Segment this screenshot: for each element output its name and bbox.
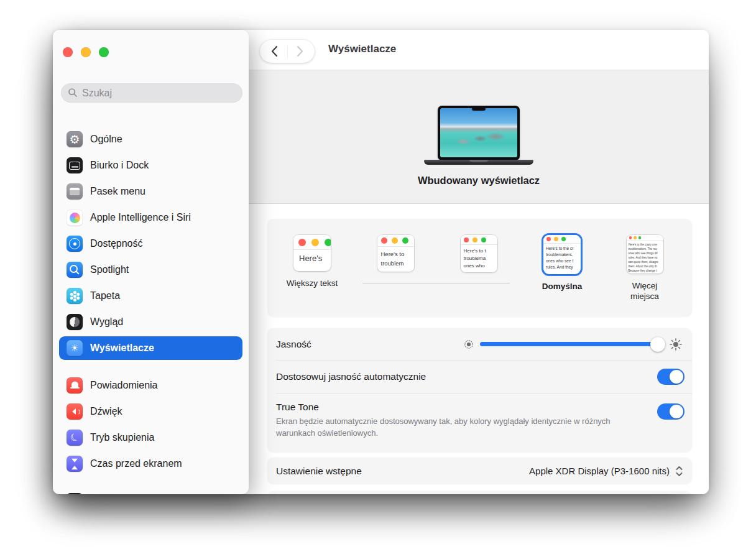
minimize-button[interactable] xyxy=(81,47,91,57)
text-size-option-label: Więcej miejsca xyxy=(625,281,665,302)
spotlight-icon xyxy=(67,262,83,278)
nav-divider xyxy=(287,45,288,58)
brightness-bright-icon xyxy=(670,338,682,351)
navigation-pill xyxy=(260,40,315,63)
sidebar-item-tapeta[interactable]: Tapeta xyxy=(53,283,249,309)
preview-text: Here's to the crazy one troublemakers. T… xyxy=(627,241,663,274)
macbook-base xyxy=(424,160,533,165)
macbook-image xyxy=(424,106,533,165)
text-size-option-label: Domyślna xyxy=(528,282,596,292)
true-tone-toggle[interactable] xyxy=(657,403,685,420)
preview-traffic-lights xyxy=(377,235,414,247)
brightness-card: Jasność xyxy=(267,328,692,453)
text-size-option-2[interactable]: Here's to troublem xyxy=(358,235,433,279)
sidebar-item-tryb-skupienia[interactable]: Tryb skupienia xyxy=(53,425,249,451)
screen-time-icon xyxy=(67,456,83,472)
text-size-option-3[interactable]: Here's to t troublema ones who xyxy=(441,235,516,280)
display-caption: Wbudowany wyświetlacz xyxy=(418,175,540,186)
chevron-up-down-icon xyxy=(675,465,683,477)
appearance-icon xyxy=(67,314,83,330)
preset-popup-button[interactable]: Apple XDR Display (P3-1600 nits) xyxy=(529,465,683,477)
true-tone-description: Ekran będzie automatycznie dostosowywany… xyxy=(276,416,649,440)
text-size-preview: Here's to t troublema ones who xyxy=(461,235,497,272)
text-size-track-line xyxy=(362,283,510,283)
ai-siri-icon xyxy=(67,209,83,226)
text-size-option-default[interactable]: Here's to the cr troublemakers. ones who… xyxy=(525,235,599,292)
preset-row: Ustawienie wstępne Apple XDR Display (P3… xyxy=(267,458,692,484)
zoom-button[interactable] xyxy=(99,47,109,57)
sidebar-item-ogolne[interactable]: Ogólne xyxy=(53,126,249,152)
preset-value: Apple XDR Display (P3-1600 nits) xyxy=(529,466,670,476)
toggle-knob xyxy=(670,370,683,384)
notch xyxy=(472,108,486,111)
wallpaper-image xyxy=(440,108,517,157)
preset-label: Ustawienie wstępne xyxy=(276,466,362,477)
text-size-option-larger-text[interactable]: Here's Większy tekst xyxy=(275,235,349,289)
main-pane: Wyświetlacze Wbudowany wyświetlacz xyxy=(249,30,709,494)
text-size-preview-selected: Here's to the cr troublemakers. ones who… xyxy=(543,235,581,274)
menubar-icon xyxy=(67,183,83,200)
sidebar-item-biurko-i-dock[interactable]: Biurko i Dock xyxy=(53,152,249,178)
preview-text: Here's to troublem xyxy=(377,247,414,268)
preview-traffic-lights xyxy=(543,235,581,244)
preview-traffic-lights xyxy=(293,235,331,250)
chevron-left-icon xyxy=(270,45,278,57)
macbook-screen xyxy=(438,106,520,160)
chevron-right-icon xyxy=(297,45,304,57)
main-header: Wyświetlacze xyxy=(249,30,709,70)
text-size-option-label: Większy tekst xyxy=(278,278,346,289)
accessibility-icon xyxy=(67,236,83,252)
preview-text: Here's xyxy=(293,250,331,265)
search-input[interactable] xyxy=(61,83,242,103)
brightness-row: Jasność xyxy=(267,328,692,360)
auto-brightness-label: Dostosowuj jasność automatycznie xyxy=(276,371,426,382)
system-settings-screen: Wyświetlacze Wbudowany wyświetlacz xyxy=(0,0,756,557)
true-tone-row: True Tone Ekran będzie automatycznie dos… xyxy=(267,394,692,453)
displays-icon xyxy=(67,340,83,356)
preview-traffic-lights xyxy=(461,235,497,245)
text-size-card: Here's Większy tekst Here's to troublem xyxy=(267,219,692,317)
brightness-slider-knob[interactable] xyxy=(650,337,665,352)
brightness-label: Jasność xyxy=(276,339,311,350)
dock-icon xyxy=(67,157,83,173)
forward-button[interactable] xyxy=(294,42,307,61)
text-size-preview: Here's to the crazy one troublemakers. T… xyxy=(627,235,663,274)
sidebar-item-ekran-blokady[interactable]: Ekran blokady xyxy=(53,488,249,494)
page-title: Wyświetlacze xyxy=(328,43,396,55)
sidebar: Ogólne Biurko i Dock Pasek menu Apple In… xyxy=(53,30,249,494)
lock-icon xyxy=(67,493,83,494)
focus-icon xyxy=(67,430,83,446)
text-size-preview: Here's to troublem xyxy=(377,235,414,272)
auto-brightness-row: Dostosowuj jasność automatycznie xyxy=(267,361,692,393)
window-controls xyxy=(63,47,109,57)
display-preview-band: Wbudowany wyświetlacz xyxy=(249,70,709,204)
sidebar-nav: Ogólne Biurko i Dock Pasek menu Apple In… xyxy=(53,126,249,494)
preview-text: Here's to the cr troublemakers. ones who… xyxy=(543,244,581,270)
auto-brightness-toggle[interactable] xyxy=(657,369,685,385)
close-button[interactable] xyxy=(63,47,73,57)
gear-icon xyxy=(67,131,83,147)
text-size-preview: Here's xyxy=(293,235,331,271)
sidebar-item-czas-przed-ekranem[interactable]: Czas przed ekranem xyxy=(53,451,249,477)
preview-traffic-lights xyxy=(627,235,663,241)
true-tone-label: True Tone xyxy=(276,402,649,413)
wallpaper-icon xyxy=(67,288,83,304)
text-size-option-more-space[interactable]: Here's to the crazy one troublemakers. T… xyxy=(607,235,682,302)
sound-icon xyxy=(67,403,83,420)
sidebar-item-wyswietlacze[interactable]: Wyświetlacze xyxy=(53,335,249,361)
toggle-knob xyxy=(670,405,683,418)
brightness-dim-icon xyxy=(464,339,474,349)
sidebar-item-dostepnosc[interactable]: Dostępność xyxy=(53,231,249,257)
sidebar-item-powiadomienia[interactable]: Powiadomienia xyxy=(53,372,249,398)
preview-text: Here's to t troublema ones who xyxy=(461,245,497,270)
brightness-slider[interactable] xyxy=(480,342,663,346)
sidebar-item-wyglad[interactable]: Wygląd xyxy=(53,309,249,335)
sidebar-item-dzwiek[interactable]: Dźwięk xyxy=(53,398,249,425)
back-button[interactable] xyxy=(268,42,280,61)
sidebar-item-pasek-menu[interactable]: Pasek menu xyxy=(53,178,249,205)
next-section-sliver xyxy=(267,491,692,494)
notifications-icon xyxy=(67,377,83,394)
sidebar-item-spotlight[interactable]: Spotlight xyxy=(53,257,249,283)
sidebar-item-apple-intelligence-i-siri[interactable]: Apple Intelligence i Siri xyxy=(53,205,249,231)
